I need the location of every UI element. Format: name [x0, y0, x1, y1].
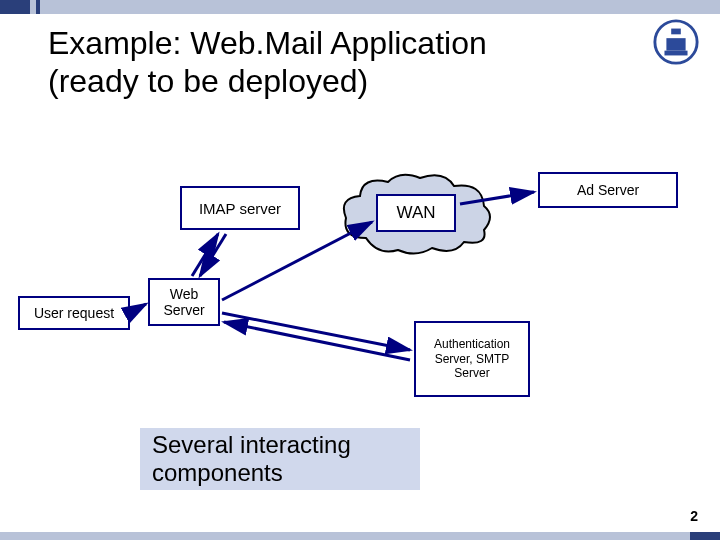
web-server-node: Web Server [148, 278, 220, 326]
slide-top-border [0, 0, 720, 14]
wan-node: WAN [376, 194, 456, 232]
caption-box: Several interacting components [140, 428, 420, 490]
svg-line-4 [130, 304, 146, 313]
svg-line-9 [224, 322, 410, 360]
page-number: 2 [690, 508, 698, 524]
user-request-node: User request [18, 296, 130, 330]
imap-label: IMAP server [199, 200, 281, 217]
svg-line-6 [200, 234, 226, 276]
svg-rect-1 [671, 29, 681, 35]
title-line-1: Example: Web.Mail Application [48, 25, 487, 61]
institution-logo-icon [652, 18, 700, 66]
slide-title: Example: Web.Mail Application (ready to … [48, 24, 487, 101]
auth-server-node: Authentication Server, SMTP Server [414, 321, 530, 397]
svg-rect-3 [664, 51, 687, 56]
title-line-2: (ready to be deployed) [48, 63, 368, 99]
web-label: Web Server [150, 286, 218, 318]
slide-bottom-border [0, 532, 720, 540]
user-label: User request [34, 305, 114, 321]
auth-label: Authentication Server, SMTP Server [416, 337, 528, 380]
ad-label: Ad Server [577, 182, 639, 198]
wan-label: WAN [396, 203, 435, 223]
svg-line-5 [192, 234, 218, 276]
svg-rect-2 [666, 38, 685, 50]
caption-text: Several interacting components [152, 431, 420, 486]
svg-line-8 [222, 313, 410, 350]
ad-server-node: Ad Server [538, 172, 678, 208]
imap-server-node: IMAP server [180, 186, 300, 230]
